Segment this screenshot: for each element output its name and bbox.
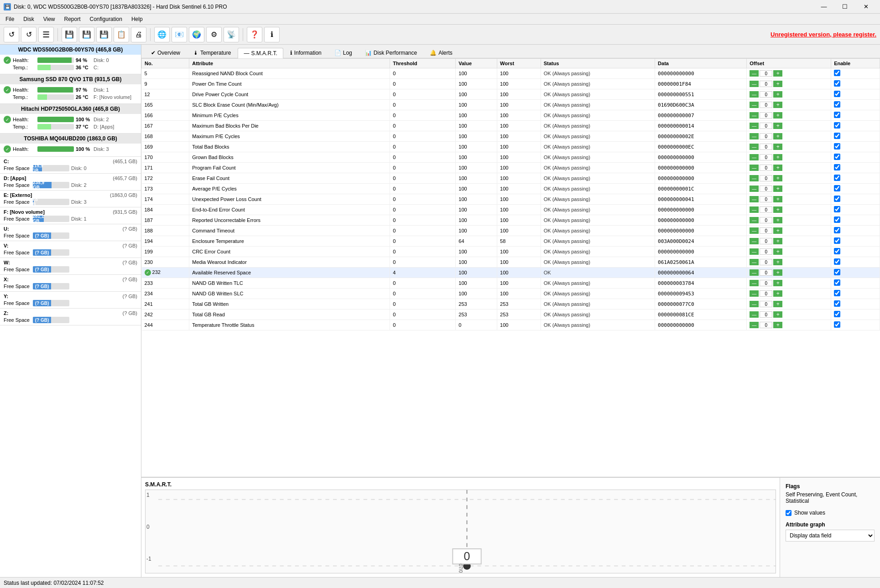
- enable-checkbox[interactable]: [834, 91, 840, 97]
- disk-3-name[interactable]: TOSHIBA MQ04UBD200 (1863,0 GB): [0, 134, 141, 144]
- drive-x[interactable]: X: (? GB) Free Space (? GB): [0, 275, 141, 292]
- drive-v[interactable]: V: (? GB) Free Space (? GB): [0, 241, 141, 258]
- offset-plus-btn[interactable]: +: [773, 217, 782, 223]
- attr-graph-dropdown[interactable]: Display data field Raw value Normalized …: [786, 530, 875, 542]
- enable-checkbox[interactable]: [834, 248, 840, 254]
- disk-2-name[interactable]: Hitachi HDP725050GLA360 (465,8 GB): [0, 104, 141, 114]
- offset-input[interactable]: [760, 144, 772, 150]
- tab-disk-performance[interactable]: 📊 Disk Performance: [359, 47, 423, 58]
- tab-information[interactable]: ℹ Information: [284, 47, 328, 58]
- offset-minus-btn[interactable]: —: [750, 238, 759, 244]
- offset-input[interactable]: [760, 259, 772, 265]
- menu-report[interactable]: Report: [60, 15, 84, 23]
- menu-disk[interactable]: Disk: [20, 15, 37, 23]
- offset-input[interactable]: [760, 290, 772, 297]
- offset-input[interactable]: [760, 196, 772, 202]
- table-row[interactable]: 194Enclosure Temperature06458OK (Always …: [142, 236, 880, 247]
- drive-u[interactable]: U: (? GB) Free Space (? GB): [0, 224, 141, 241]
- offset-plus-btn[interactable]: +: [773, 102, 782, 108]
- drive-e[interactable]: E: [Externo] (1863,0 GB) Free Space 59,8…: [0, 191, 141, 207]
- offset-plus-btn[interactable]: +: [773, 269, 782, 276]
- enable-checkbox[interactable]: [834, 112, 840, 118]
- enable-checkbox[interactable]: [834, 175, 840, 181]
- offset-input[interactable]: [760, 91, 772, 98]
- offset-plus-btn[interactable]: +: [773, 238, 782, 244]
- save3-btn[interactable]: 💾: [96, 27, 112, 42]
- refresh-btn[interactable]: ↺: [4, 27, 19, 42]
- table-row[interactable]: 12Drive Power Cycle Count0100100OK (Alwa…: [142, 89, 880, 100]
- offset-plus-btn[interactable]: +: [773, 91, 782, 98]
- menu-configuration[interactable]: Configuration: [86, 15, 126, 23]
- table-row[interactable]: 199CRC Error Count0100100OK (Always pass…: [142, 247, 880, 257]
- enable-checkbox[interactable]: [834, 133, 840, 139]
- enable-checkbox[interactable]: [834, 311, 840, 317]
- table-row[interactable]: 187Reported Uncorrectable Errors0100100O…: [142, 215, 880, 226]
- offset-plus-btn[interactable]: +: [773, 248, 782, 255]
- offset-input[interactable]: [760, 227, 772, 234]
- table-row[interactable]: ✓ 232Available Reserved Space4100100OK00…: [142, 268, 880, 278]
- offset-plus-btn[interactable]: +: [773, 154, 782, 160]
- enable-checkbox[interactable]: [834, 196, 840, 202]
- enable-checkbox[interactable]: [834, 143, 840, 150]
- tab-log[interactable]: 📄 Log: [328, 47, 358, 58]
- enable-checkbox[interactable]: [834, 290, 840, 296]
- table-row[interactable]: 184End-to-End Error Count0100100OK (Alwa…: [142, 205, 880, 215]
- tab-smart[interactable]: — S.M.A.R.T.: [238, 48, 283, 58]
- drive-c[interactable]: C: (465,1 GB) Free Space 115,9 GB Disk: …: [0, 157, 141, 174]
- offset-plus-btn[interactable]: +: [773, 206, 782, 213]
- offset-minus-btn[interactable]: —: [750, 217, 759, 223]
- offset-plus-btn[interactable]: +: [773, 165, 782, 171]
- offset-minus-btn[interactable]: —: [750, 112, 759, 119]
- offset-input[interactable]: [760, 154, 772, 160]
- enable-checkbox[interactable]: [834, 164, 840, 170]
- offset-input[interactable]: [760, 248, 772, 255]
- offset-input[interactable]: [760, 238, 772, 244]
- offset-plus-btn[interactable]: +: [773, 186, 782, 192]
- table-row[interactable]: 241Total GB Written0253253OK (Always pas…: [142, 299, 880, 309]
- enable-checkbox[interactable]: [834, 206, 840, 212]
- offset-minus-btn[interactable]: —: [750, 311, 759, 318]
- offset-plus-btn[interactable]: +: [773, 112, 782, 119]
- offset-input[interactable]: [760, 133, 772, 139]
- table-row[interactable]: 174Unexpected Power Loss Count0100100OK …: [142, 194, 880, 205]
- enable-checkbox[interactable]: [834, 227, 840, 233]
- offset-input[interactable]: [760, 102, 772, 108]
- table-row[interactable]: 169Total Bad Blocks0100100OK (Always pas…: [142, 142, 880, 152]
- table-row[interactable]: 244Temperature Throttle Status00100OK (A…: [142, 320, 880, 330]
- offset-input[interactable]: [760, 311, 772, 318]
- info-btn[interactable]: ℹ: [264, 27, 280, 42]
- drive-w[interactable]: W: (? GB) Free Space (? GB): [0, 258, 141, 275]
- show-values-checkbox[interactable]: [786, 510, 791, 516]
- offset-input[interactable]: [760, 175, 772, 181]
- menu-view[interactable]: View: [40, 15, 59, 23]
- offset-minus-btn[interactable]: —: [750, 206, 759, 213]
- table-row[interactable]: 233NAND GB Written TLC0100100OK (Always …: [142, 278, 880, 289]
- unregistered-label[interactable]: Unregistered version, please register.: [771, 31, 876, 38]
- offset-input[interactable]: [760, 269, 772, 276]
- offset-minus-btn[interactable]: —: [750, 133, 759, 139]
- offset-input[interactable]: [760, 301, 772, 307]
- save4-btn[interactable]: 📋: [114, 27, 129, 42]
- offset-plus-btn[interactable]: +: [773, 280, 782, 286]
- table-row[interactable]: 242Total GB Read0253253OK (Always passin…: [142, 309, 880, 320]
- table-row[interactable]: 165SLC Block Erase Count (Min/Max/Avg)01…: [142, 100, 880, 110]
- offset-minus-btn[interactable]: —: [750, 196, 759, 202]
- table-row[interactable]: 188Command Timeout0100100OK (Always pass…: [142, 226, 880, 236]
- offset-plus-btn[interactable]: +: [773, 259, 782, 265]
- offset-input[interactable]: [760, 206, 772, 213]
- email-btn[interactable]: 📧: [172, 27, 187, 42]
- enable-checkbox[interactable]: [834, 321, 840, 328]
- table-row[interactable]: 172Erase Fail Count0100100OK (Always pas…: [142, 173, 880, 184]
- offset-plus-btn[interactable]: +: [773, 175, 782, 181]
- offset-minus-btn[interactable]: —: [750, 301, 759, 307]
- offset-minus-btn[interactable]: —: [750, 123, 759, 129]
- menu-help[interactable]: Help: [128, 15, 146, 23]
- disk-item-1[interactable]: Samsung SSD 870 QVO 1TB (931,5 GB) ✓ Hea…: [0, 74, 141, 104]
- offset-minus-btn[interactable]: —: [750, 91, 759, 98]
- maximize-button[interactable]: ☐: [834, 0, 855, 14]
- offset-minus-btn[interactable]: —: [750, 81, 759, 87]
- enable-checkbox[interactable]: [834, 101, 840, 108]
- offset-input[interactable]: [760, 123, 772, 129]
- drive-f[interactable]: F: [Novo volume] (931,5 GB) Free Space 2…: [0, 207, 141, 224]
- save-btn[interactable]: 💾: [62, 27, 77, 42]
